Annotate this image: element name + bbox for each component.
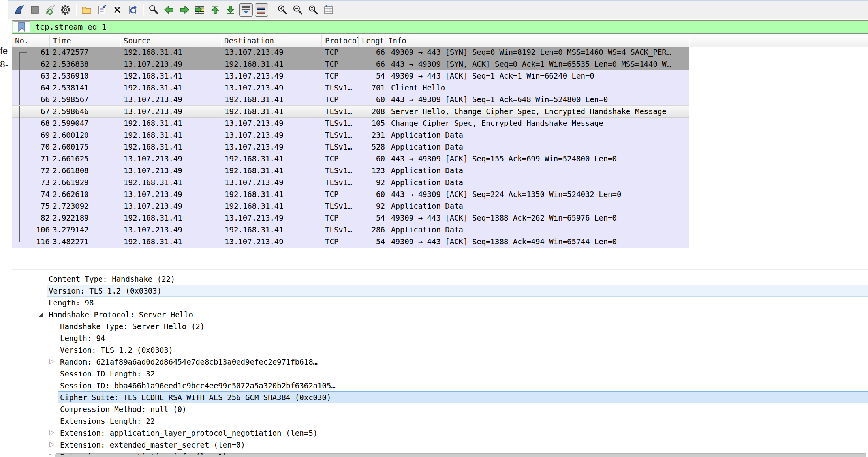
cell-length: 60 [359, 94, 385, 106]
column-header-no[interactable]: No. [12, 35, 50, 47]
detail-tree-item[interactable]: Length: 94 [12, 332, 868, 344]
cell-destination: 192.168.31.41 [221, 58, 322, 70]
conversation-bracket [19, 106, 28, 118]
column-header-source[interactable]: Source [120, 35, 221, 47]
packet-row-61[interactable]: 61 2.472577 192.168.31.41 13.107.213.49 … [12, 47, 689, 58]
colorize-toggle[interactable] [255, 3, 268, 17]
column-header-time[interactable]: Time [50, 35, 120, 47]
go-first-button[interactable] [209, 3, 222, 17]
save-file-button[interactable] [95, 3, 109, 17]
packet-row-73[interactable]: 73 2.661929 192.168.31.41 13.107.213.49 … [12, 177, 689, 189]
magnifier-icon [148, 4, 159, 15]
detail-tree-item[interactable]: ▷ Random: 621af89a6ad0d2d86454e7de8cb13a… [12, 356, 868, 368]
packet-row-71[interactable]: 71 2.661625 13.107.213.49 192.168.31.41 … [12, 153, 689, 165]
zoom-in-button[interactable] [276, 3, 289, 17]
go-last-button[interactable] [224, 3, 237, 17]
cell-time: 2.598646 [50, 106, 120, 118]
cell-length: 701 [359, 82, 385, 94]
cell-protocol: TLSv1… [322, 129, 359, 141]
packet-row-116[interactable]: 116 3.482271 192.168.31.41 13.107.213.49… [12, 236, 689, 248]
detail-tree-item[interactable]: Session ID Length: 32 [12, 368, 868, 380]
find-packet-button[interactable] [147, 3, 160, 17]
cell-protocol: TCP [322, 153, 359, 165]
packet-row-74[interactable]: 74 2.662610 13.107.213.49 192.168.31.41 … [12, 189, 689, 200]
start-capture-button[interactable] [13, 3, 26, 17]
filter-bookmark-button[interactable] [13, 21, 30, 32]
packet-row-70[interactable]: 70 2.600175 192.168.31.41 13.107.213.49 … [12, 141, 689, 153]
conversation-bracket [19, 224, 28, 236]
cell-source: 13.107.213.49 [120, 224, 221, 236]
detail-tree-item[interactable]: ▷ Extension: extended_master_secret (len… [12, 439, 868, 451]
detail-tree-item[interactable]: ◢ Handshake Protocol: Server Hello [12, 309, 868, 320]
column-header-length[interactable]: Length [359, 35, 385, 47]
detail-tree-item[interactable]: Compression Method: null (0) [12, 403, 868, 415]
packet-row-69[interactable]: 69 2.600120 192.168.31.41 13.107.213.49 … [12, 129, 689, 141]
packet-row-62[interactable]: 62 2.536838 13.107.213.49 192.168.31.41 … [12, 58, 689, 70]
file-close-icon [112, 4, 123, 15]
cell-length: 208 [359, 106, 385, 118]
detail-tree-item[interactable]: Extensions Length: 22 [12, 415, 868, 427]
auto-scroll-icon [240, 4, 252, 15]
zoom-out-button[interactable] [291, 3, 304, 17]
packet-row-72[interactable]: 72 2.661808 13.107.213.49 192.168.31.41 … [12, 165, 689, 177]
tree-toggle-icon[interactable]: ◢ [39, 311, 43, 318]
cell-source: 192.168.31.41 [120, 118, 221, 129]
conversation-bracket [19, 58, 28, 70]
cell-no: 74 [12, 189, 50, 200]
packet-row-66[interactable]: 66 2.598567 13.107.213.49 192.168.31.41 … [12, 94, 689, 106]
folder-icon [81, 4, 92, 15]
reload-file-button[interactable] [126, 3, 139, 17]
packet-row-68[interactable]: 68 2.599047 192.168.31.41 13.107.213.49 … [12, 118, 689, 129]
detail-tree-item[interactable]: Length: 98 [12, 297, 868, 309]
go-back-button[interactable] [162, 3, 176, 17]
go-to-packet-button[interactable] [193, 3, 207, 17]
arrow-right-icon [179, 4, 190, 15]
detail-tree-item[interactable]: Content Type: Handshake (22) [12, 273, 868, 285]
file-save-icon [96, 4, 107, 15]
packet-row-67[interactable]: 67 2.598646 13.107.213.49 192.168.31.41 … [12, 106, 689, 118]
tree-toggle-icon[interactable]: ▷ [49, 357, 54, 365]
packet-row-75[interactable]: 75 2.723092 13.107.213.49 192.168.31.41 … [12, 200, 689, 212]
tree-toggle-icon[interactable]: ▷ [49, 440, 54, 448]
column-header-destination[interactable]: Destination [221, 35, 322, 47]
close-file-button[interactable] [111, 3, 124, 17]
cell-info: 443 → 49309 [SYN, ACK] Seq=0 Ack=1 Win=6… [385, 58, 689, 70]
restart-capture-button[interactable] [43, 3, 57, 17]
stop-capture-button[interactable] [28, 3, 41, 17]
open-file-button[interactable] [80, 3, 93, 17]
packet-row-64[interactable]: 64 2.538141 192.168.31.41 13.107.213.49 … [12, 82, 689, 94]
packet-row-63[interactable]: 63 2.536910 192.168.31.41 13.107.213.49 … [12, 70, 689, 82]
tree-toggle-icon[interactable]: ▷ [49, 428, 54, 436]
capture-options-button[interactable] [59, 3, 72, 17]
column-header-info[interactable]: Info [385, 35, 689, 47]
auto-scroll-toggle[interactable] [239, 3, 253, 17]
cell-time: 2.600175 [50, 141, 120, 153]
cell-source: 192.168.31.41 [120, 177, 221, 189]
conversation-bracket [19, 165, 28, 177]
packet-list: 61 2.472577 192.168.31.41 13.107.213.49 … [12, 47, 689, 248]
detail-tree-item[interactable]: Cipher Suite: TLS_ECDHE_RSA_WITH_AES_256… [12, 391, 868, 403]
cell-info: Application Data [385, 200, 689, 212]
tree-toggle-icon[interactable]: ▷ [49, 452, 54, 455]
filter-input[interactable] [30, 21, 868, 33]
cell-protocol: TLSv1… [322, 106, 359, 118]
resize-columns-button[interactable] [322, 3, 335, 17]
pane-left-border [11, 34, 11, 268]
detail-tree-item[interactable]: Handshake Type: Server Hello (2) [12, 320, 868, 332]
detail-tree-item[interactable]: Version: TLS 1.2 (0x0303) [12, 344, 868, 356]
detail-tree-item[interactable]: Session ID: bba466b1a96eed1c9bcc4ee99c50… [12, 380, 868, 391]
cell-source: 13.107.213.49 [120, 106, 221, 118]
cell-no: 61 [12, 47, 50, 58]
packet-row-106[interactable]: 106 3.279142 13.107.213.49 192.168.31.41… [12, 224, 689, 236]
detail-tree-item[interactable]: ▷ Extension: application_layer_protocol_… [12, 427, 868, 439]
resize-columns-icon [323, 4, 334, 15]
zoom-reset-button[interactable] [306, 3, 320, 17]
cell-time: 2.536910 [50, 70, 120, 82]
column-header-protocol[interactable]: Protocol [322, 35, 359, 47]
cell-no: 70 [12, 141, 50, 153]
zoom-in-icon [277, 4, 288, 15]
packet-row-82[interactable]: 82 2.922189 192.168.31.41 13.107.213.49 … [12, 212, 689, 224]
go-forward-button[interactable] [178, 3, 191, 17]
conversation-bracket [19, 153, 28, 165]
detail-tree-item[interactable]: Version: TLS 1.2 (0x0303) [12, 285, 868, 297]
